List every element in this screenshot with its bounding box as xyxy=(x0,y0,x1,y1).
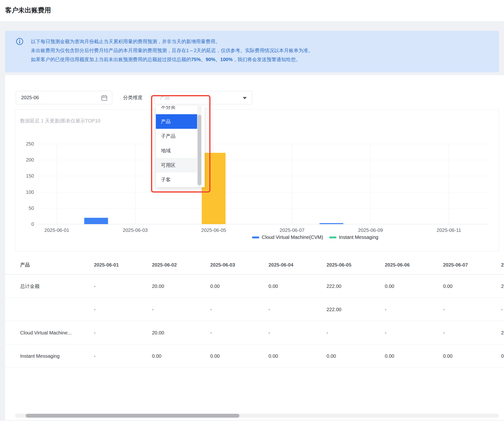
page: 客户未出账费用 以下每日预测金额为查询月份截止当天累积用量的费用预测，并非当天的… xyxy=(0,0,504,422)
table-cell: 0.00 xyxy=(385,283,394,289)
table-header-cell: 2 xyxy=(501,262,504,268)
legend-item[interactable]: Cloud Virtual Machine(CVM) xyxy=(252,235,323,240)
table-row: 总计金额-20.000.000.00222.000.000.002 xyxy=(5,275,504,298)
table-row: Cloud Virtual Machine...-20.00-----2 xyxy=(5,321,504,344)
table-header-cell: 2025-06-06 xyxy=(385,262,410,268)
chart-container: 数据延迟 1 天更新|图表仅展示TOP10 050100150200250202… xyxy=(15,109,499,252)
calendar-icon[interactable] xyxy=(101,95,108,101)
horizontal-scrollbar[interactable] xyxy=(15,414,499,418)
table-row-label: Instant Messaging xyxy=(20,353,59,359)
chart-legend: Cloud Virtual Machine(CVM)Instant Messag… xyxy=(252,235,378,240)
info-icon xyxy=(16,38,23,45)
dimension-dropdown: 不分类产品子产品地域可用区子客 xyxy=(156,106,205,187)
table-cell: 20.00 xyxy=(152,283,164,289)
chevron-down-icon xyxy=(243,97,247,99)
table-header-cell: 2025-06-04 xyxy=(269,262,293,268)
gridline xyxy=(37,208,488,208)
dropdown-option[interactable]: 子客 xyxy=(156,172,197,187)
gridline xyxy=(292,144,292,224)
legend-swatch xyxy=(329,236,336,238)
table-cell: - xyxy=(94,330,96,335)
y-axis-label: 250 xyxy=(15,140,34,147)
table-cell: 20.00 xyxy=(152,330,164,335)
banner-line-1: 以下每日预测金额为查询月份截止当天累积用量的费用预测，并非当天的新增用量费用。 xyxy=(31,37,313,46)
dimension-label: 分类维度 xyxy=(123,91,143,104)
info-banner-text: 以下每日预测金额为查询月份截止当天累积用量的费用预测，并非当天的新增用量费用。 … xyxy=(31,37,313,64)
table-header-cell: 2025-06-02 xyxy=(152,262,177,268)
table-cell: - xyxy=(152,307,154,312)
table-cell: - xyxy=(94,353,96,359)
y-axis-label: 200 xyxy=(15,156,34,163)
dropdown-option[interactable]: 地域 xyxy=(156,143,197,158)
table-cell: 0.00 xyxy=(210,353,220,359)
dropdown-option[interactable]: 子产品 xyxy=(156,129,197,143)
gridline xyxy=(135,144,135,224)
banner-line-2: 未出账费用为仅包含部分后付费月结产品的本月用量的费用预测，且存在1～2天的延迟，… xyxy=(31,46,313,55)
plot-area: 0501001502002502025-06-012025-06-032025-… xyxy=(15,110,499,251)
table-header-row: 产品2025-06-012025-06-022025-06-032025-06-… xyxy=(5,255,504,275)
table-cell: - xyxy=(210,307,212,312)
gridline xyxy=(37,160,488,160)
chart-bar[interactable] xyxy=(319,223,343,224)
table-cell: 0 xyxy=(501,353,504,359)
y-axis-label: 100 xyxy=(15,189,34,195)
dimension-select[interactable]: 产品 xyxy=(155,91,252,104)
dropdown-option[interactable]: 产品 xyxy=(156,114,197,129)
month-value: 2025-06 xyxy=(21,91,39,104)
gridline xyxy=(37,176,488,176)
month-picker[interactable]: 2025-06 xyxy=(16,91,112,104)
table-cell: - xyxy=(443,330,445,335)
banner-line-3: 如果客户的已使用信用额度加上当前未出账预测费用的总额超过授信总额的75%、90%… xyxy=(31,55,313,64)
table-row-label: 总计金额 xyxy=(20,283,40,289)
gridline xyxy=(370,144,371,224)
legend-swatch xyxy=(252,236,259,238)
table-cell: - xyxy=(443,307,445,312)
table-cell: 2 xyxy=(501,283,504,289)
table-body: 总计金额-20.000.000.00222.000.000.002----222… xyxy=(5,275,504,368)
table-cell: - xyxy=(327,330,328,335)
table-cell: 2 xyxy=(501,330,504,335)
legend-item[interactable]: Instant Messaging xyxy=(329,235,378,240)
table-cell: - xyxy=(385,330,386,335)
table-cell: 0.00 xyxy=(443,353,453,359)
table-header-cell: 2025-06-05 xyxy=(327,262,351,268)
y-axis-label: 0 xyxy=(15,221,34,227)
gridline xyxy=(57,144,57,224)
dropdown-option[interactable]: 不分类 xyxy=(156,106,197,114)
table-header-cell: 产品 xyxy=(20,262,30,268)
gridline xyxy=(37,144,488,144)
table-cell: - xyxy=(94,283,96,289)
legend-label: Cloud Virtual Machine(CVM) xyxy=(262,235,323,240)
table-cell: 0.00 xyxy=(385,353,394,359)
content-panel: 2025-06 分类维度 产品 数据延迟 1 天更新|图表仅展示TOP10 05… xyxy=(5,75,504,420)
legend-label: Instant Messaging xyxy=(339,235,378,240)
chart-bar[interactable] xyxy=(84,218,108,224)
chart-bar[interactable] xyxy=(202,153,226,224)
gridline xyxy=(37,192,488,192)
dropdown-scrollbar-thumb[interactable] xyxy=(198,115,201,185)
dimension-value: 产品 xyxy=(160,91,170,104)
table-cell: 222.00 xyxy=(327,283,341,289)
page-title: 客户未出账费用 xyxy=(5,5,51,15)
table-cell: - xyxy=(210,330,212,335)
table-header-cell: 2025-06-07 xyxy=(443,262,468,268)
y-axis-label: 150 xyxy=(15,172,34,179)
table-cell: - xyxy=(94,307,96,312)
scrollbar-thumb[interactable] xyxy=(26,414,239,418)
gridline xyxy=(449,144,449,224)
x-axis-label: 2025-06-07 xyxy=(265,227,319,233)
dropdown-option[interactable]: 可用区 xyxy=(156,158,197,172)
table-row: Instant Messaging-0.000.000.000.000.000.… xyxy=(5,344,504,368)
table-cell: - xyxy=(385,307,386,312)
table-cell: 0.00 xyxy=(269,353,278,359)
table-cell: - xyxy=(501,307,503,312)
x-axis-label: 2025-06-09 xyxy=(344,227,397,233)
table-header-cell: 2025-06-03 xyxy=(210,262,235,268)
table-row: ----222.00--- xyxy=(5,298,504,321)
table-header-cell: 2025-06-01 xyxy=(94,262,119,268)
info-banner: 以下每日预测金额为查询月份截止当天累积用量的费用预测，并非当天的新增用量费用。 … xyxy=(5,31,499,72)
table-cell: 0.00 xyxy=(327,353,336,359)
table-cell: - xyxy=(269,330,270,335)
y-axis-label: 50 xyxy=(15,205,34,211)
table-cell: 0.00 xyxy=(210,283,220,289)
